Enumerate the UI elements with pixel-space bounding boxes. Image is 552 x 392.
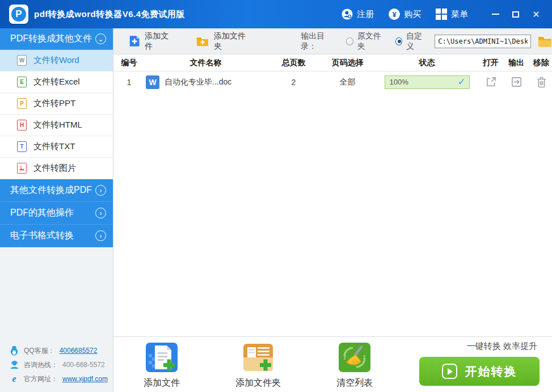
website-link[interactable]: www.xjpdf.com — [62, 375, 108, 383]
qq-penguin-icon — [9, 345, 19, 356]
titlebar-actions: 注册 ¥ 购买 菜单 ✕ — [336, 5, 546, 24]
menu-button[interactable]: 菜单 — [430, 5, 474, 23]
app-logo-icon: P — [9, 5, 28, 24]
row-filename: 自动化专业毕...doc — [165, 77, 231, 87]
maximize-button[interactable] — [505, 5, 526, 24]
output-path-input[interactable] — [435, 35, 531, 48]
output-file-button[interactable] — [502, 76, 530, 88]
table-header: 编号 文件名称 总页数 页码选择 状态 打开 输出 移除 — [113, 54, 552, 71]
radio-source-folder-label: 原文件夹 — [357, 31, 385, 52]
hotline-row: 咨询热线： 400-668-5572 — [9, 360, 113, 370]
hotline-label: 咨询热线： — [24, 360, 58, 370]
chevron-right-icon: › — [95, 230, 106, 241]
sidebar-section-other-to-pdf[interactable]: 其他文件转换成PDF › — [0, 179, 113, 202]
row-page-select[interactable]: 全部 — [321, 77, 374, 87]
sidebar: PDF转换成其他文件 ⌄ W 文件转Word E 文件转Excel P 文件转P… — [0, 28, 113, 392]
qq-service-row: QQ客服： 4006685572 — [9, 345, 113, 356]
open-file-button[interactable] — [479, 76, 502, 88]
app-window: P pdf转换成word转换器V6.4免费试用版 注册 ¥ 购买 菜单 — [0, 0, 552, 392]
add-file-label: 添加文件 — [145, 31, 172, 52]
sidebar-section-pdf-ops[interactable]: PDF的其他操作 › — [0, 202, 113, 225]
excel-doc-icon: E — [17, 77, 27, 87]
sidebar-filler — [0, 247, 113, 345]
col-output: 输出 — [502, 58, 530, 68]
website-row: e 官方网址： www.xjpdf.com — [9, 374, 113, 384]
chevron-right-icon: › — [95, 208, 106, 218]
buy-button[interactable]: ¥ 购买 — [383, 5, 427, 23]
bottombar: 添加文件 添加文件夹 — [113, 336, 552, 392]
add-file-icon — [129, 35, 140, 48]
titlebar: P pdf转换成word转换器V6.4免费试用版 注册 ¥ 购买 菜单 — [0, 0, 552, 28]
headset-person-icon — [9, 360, 19, 370]
qq-label: QQ客服： — [24, 346, 55, 356]
col-filename: 文件名称 — [145, 58, 267, 68]
html-doc-icon: H — [17, 120, 27, 130]
radio-custom-label: 自定义 — [406, 31, 427, 52]
sidebar-item-label: 文件转Excel — [33, 77, 80, 87]
toolbar: 添加文件 添加文件夹 输出目录： 原文件夹 — [113, 28, 552, 54]
add-file-button[interactable]: 添加文件 — [129, 31, 172, 52]
content: PDF转换成其他文件 ⌄ W 文件转Word E 文件转Excel P 文件转P… — [0, 28, 552, 392]
start-convert-label: 开始转换 — [465, 364, 517, 380]
sidebar-section-ebook[interactable]: 电子书格式转换 › — [0, 225, 113, 247]
add-file-big-icon — [145, 340, 179, 374]
section-label: 电子书格式转换 — [10, 230, 74, 242]
word-file-icon: W — [146, 75, 159, 89]
section-label: PDF的其他操作 — [10, 207, 74, 219]
main-panel: 添加文件 添加文件夹 输出目录： 原文件夹 — [113, 28, 552, 392]
start-convert-button[interactable]: 开始转换 — [419, 357, 540, 386]
word-doc-icon: W — [17, 55, 27, 66]
menu-label: 菜单 — [451, 9, 468, 20]
yuan-coin-icon: ¥ — [389, 9, 400, 20]
minimize-button[interactable] — [485, 5, 505, 24]
ppt-doc-icon: P — [17, 98, 27, 109]
col-status: 状态 — [374, 58, 479, 68]
sidebar-section-pdf-to-other[interactable]: PDF转换成其他文件 ⌄ — [0, 28, 113, 50]
sidebar-item-pdf-to-html[interactable]: H 文件转HTML — [0, 115, 113, 136]
output-dir-label: 输出目录： — [301, 31, 336, 52]
check-icon: ✓ — [457, 76, 465, 88]
qq-number-link[interactable]: 4006685572 — [60, 347, 98, 355]
add-file-big-button[interactable]: 添加文件 — [136, 340, 187, 389]
sidebar-item-pdf-to-txt[interactable]: T 文件转TXT — [0, 136, 113, 158]
row-pages: 2 — [267, 78, 321, 87]
browse-folder-button[interactable] — [538, 36, 552, 47]
sidebar-item-pdf-to-ppt[interactable]: P 文件转PPT — [0, 93, 113, 115]
col-page-select: 页码选择 — [321, 58, 374, 68]
play-icon — [442, 364, 457, 379]
sidebar-item-pdf-to-word[interactable]: W 文件转Word — [0, 50, 113, 71]
sidebar-item-pdf-to-image[interactable]: 文件转图片 — [0, 158, 113, 179]
sidebar-item-label: 文件转Word — [33, 55, 79, 66]
add-file-big-label: 添加文件 — [144, 377, 180, 389]
radio-checked-icon — [395, 37, 402, 45]
maximize-icon — [512, 11, 519, 18]
sidebar-item-label: 文件转HTML — [33, 120, 82, 130]
close-button[interactable]: ✕ — [526, 5, 546, 24]
open-external-icon — [485, 76, 497, 88]
radio-custom[interactable]: 自定义 — [395, 31, 427, 52]
add-folder-icon — [196, 36, 209, 47]
minimize-icon — [492, 14, 499, 15]
clear-list-button[interactable]: 清空列表 — [329, 340, 380, 389]
radio-source-folder[interactable]: 原文件夹 — [346, 31, 385, 52]
row-file: W 自动化专业毕...doc — [145, 75, 267, 89]
chevron-right-icon: › — [95, 185, 106, 196]
hotline-number: 400-668-5572 — [62, 361, 105, 369]
add-folder-label: 添加文件夹 — [214, 31, 248, 52]
remove-file-button[interactable] — [530, 76, 552, 88]
add-folder-button[interactable]: 添加文件夹 — [196, 31, 248, 52]
sidebar-item-pdf-to-excel[interactable]: E 文件转Excel — [0, 71, 113, 93]
app-logo-p-icon: P — [11, 7, 26, 22]
col-remove: 移除 — [530, 58, 552, 68]
site-label: 官方网址： — [24, 374, 58, 384]
add-folder-big-button[interactable]: 添加文件夹 — [233, 340, 284, 389]
col-pages: 总页数 — [267, 58, 321, 68]
sidebar-item-label: 文件转图片 — [33, 163, 76, 174]
col-open: 打开 — [479, 58, 502, 68]
sidebar-item-label: 文件转TXT — [33, 141, 75, 152]
chevron-down-icon: ⌄ — [95, 33, 106, 44]
register-button[interactable]: 注册 — [336, 5, 380, 23]
progress-bar: 100% ✓ — [385, 75, 470, 89]
picture-icon — [17, 163, 27, 174]
section-label: PDF转换成其他文件 — [10, 33, 92, 45]
